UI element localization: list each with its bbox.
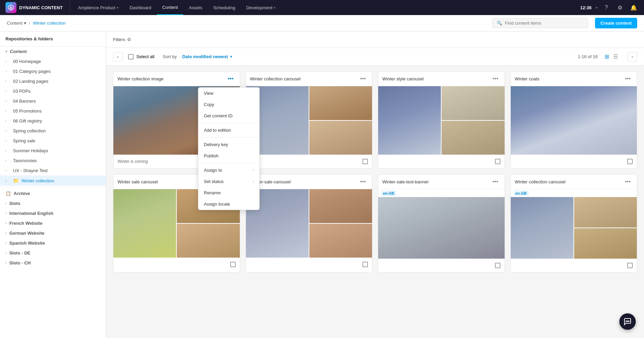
sort-by-label: Sort by — [163, 54, 177, 59]
sidebar-french-section[interactable]: › French Website — [0, 218, 106, 228]
menu-item-add-to-edition[interactable]: Add to edition — [198, 125, 259, 136]
sidebar-content-section[interactable]: ▾ Content — [0, 47, 106, 56]
menu-item-assign-locale[interactable]: Assign locale — [198, 198, 259, 210]
sidebar-item-02-landing[interactable]: › 02 Landing pages — [0, 76, 106, 86]
card-6-header: Winter-sale-carousel ••• — [246, 174, 372, 189]
filters-button[interactable]: Filters ⚙ — [113, 37, 131, 42]
filters-label: Filters — [113, 37, 125, 42]
sidebar-item-01-category[interactable]: › 01 Category pages — [0, 66, 106, 76]
sidebar-spanish-section[interactable]: › Spanish Website — [0, 238, 106, 248]
homepage-caret: › — [5, 60, 10, 63]
sidebar-item-summer[interactable]: › Summer Holidays — [0, 146, 106, 156]
nav-development[interactable]: Development ▾ — [241, 0, 281, 15]
sort-dropdown[interactable]: Date modified newest ▾ — [182, 54, 232, 59]
sidebar-international-label: International English — [9, 211, 53, 216]
grid-view-button[interactable]: ⊞ — [603, 52, 610, 61]
chat-button[interactable] — [619, 313, 636, 330]
menu-item-assign-to[interactable]: Assign to › — [198, 165, 259, 176]
card-8-locale-badge: en-GB — [513, 191, 529, 196]
archive-label: Archive — [14, 191, 30, 196]
sidebar-item-winter-collection[interactable]: › 📁 Winter collection — [0, 176, 106, 186]
card-2-footer — [246, 155, 372, 168]
sidebar-archive-section[interactable]: 📋 Archive — [0, 187, 106, 198]
card-4-footer — [511, 155, 637, 168]
menu-item-rename[interactable]: Rename — [198, 187, 259, 198]
create-content-button[interactable]: Create content — [595, 18, 637, 28]
sidebar-item-03-pdps[interactable]: › 03 PDPs — [0, 86, 106, 96]
content-section-caret: ▾ — [5, 50, 7, 53]
context-menu: View Copy Get content ID Add to edition … — [198, 87, 260, 210]
sidebar-item-04-banners[interactable]: › 04 Banners — [0, 96, 106, 106]
sidebar-item-05-promotions[interactable]: › 05 Promotions — [0, 106, 106, 116]
spring-col-caret: › — [5, 129, 10, 133]
card-3-menu-button[interactable]: ••• — [491, 75, 500, 82]
settings-button[interactable]: ⚙ — [615, 3, 625, 12]
card-7-header: Winter-sale-test-banner ••• — [378, 174, 505, 189]
help-button[interactable]: ? — [602, 3, 611, 12]
expand-button[interactable]: › — [628, 52, 637, 62]
nav-dashboard[interactable]: Dashboard — [124, 0, 157, 15]
sort-caret: ▾ — [230, 55, 232, 58]
german-caret: › — [5, 231, 7, 235]
nav-scheduling[interactable]: Scheduling — [208, 0, 240, 15]
search-input[interactable] — [505, 21, 584, 26]
sidebar-slots-de-section[interactable]: › Slots - DE — [0, 248, 106, 258]
list-view-button[interactable]: ☰ — [612, 52, 619, 61]
card-4-menu-button[interactable]: ••• — [623, 75, 633, 82]
svg-point-2 — [627, 321, 628, 322]
notifications-button[interactable]: 🔔 — [629, 3, 639, 12]
card-5-footer — [113, 258, 240, 271]
sidebar-spanish-label: Spanish Website — [9, 240, 45, 246]
app-logo-icon — [5, 2, 16, 13]
select-all-checkbox[interactable] — [128, 54, 134, 60]
nav-development-caret: ▾ — [274, 6, 275, 10]
card-6-menu-button[interactable]: ••• — [358, 178, 368, 185]
sidebar-slots-ch-section[interactable]: › Slots - CH — [0, 258, 106, 268]
card-1-menu-button[interactable]: ••• — [226, 75, 236, 82]
slots-de-caret: › — [5, 251, 7, 255]
sidebar-international-section[interactable]: › International English — [0, 208, 106, 218]
sidebar-item-06-gift[interactable]: › 06 Gift registry — [0, 116, 106, 126]
sidebar-header: Repositories & folders — [0, 31, 106, 47]
menu-item-delivery-key[interactable]: Delivery key — [198, 139, 259, 150]
card-7-checkbox[interactable] — [495, 263, 500, 268]
international-caret: › — [5, 211, 7, 215]
card-8-image — [511, 197, 637, 259]
sidebar-item-ux[interactable]: › UX - Shayne Test — [0, 166, 106, 176]
menu-item-view[interactable]: View — [198, 88, 259, 99]
card-3-checkbox[interactable] — [495, 159, 500, 164]
content-grid: Winter collection image ••• Winter is co… — [113, 71, 637, 273]
set-status-caret: › — [253, 180, 254, 183]
ux-caret: › — [5, 169, 10, 172]
card-2-menu-button[interactable]: ••• — [358, 75, 368, 82]
sidebar-slots-section[interactable]: › Slots — [0, 198, 106, 208]
nav-content[interactable]: Content — [157, 0, 184, 15]
menu-item-set-status[interactable]: Set status › — [198, 176, 259, 187]
card-2-checkbox[interactable] — [362, 159, 368, 164]
card-8-locale-area: en-GB — [511, 189, 637, 197]
card-8-checkbox[interactable] — [627, 263, 633, 268]
sidebar-item-taxonomies[interactable]: › Taxonomies — [0, 156, 106, 166]
nav-assets[interactable]: Assets — [183, 0, 208, 15]
card-6-checkbox[interactable] — [362, 262, 368, 267]
menu-divider-2 — [198, 137, 259, 138]
menu-item-get-content-id[interactable]: Get content ID — [198, 110, 259, 121]
nav-amplience[interactable]: Amplience Product ▾ — [73, 0, 124, 15]
card-7-image — [378, 197, 505, 259]
card-5-checkbox[interactable] — [230, 262, 236, 267]
card-8-menu-button[interactable]: ••• — [623, 178, 633, 185]
sidebar-german-section[interactable]: › German Website — [0, 228, 106, 238]
menu-item-publish[interactable]: Publish — [198, 150, 259, 161]
svg-marker-1 — [10, 6, 12, 10]
menu-item-copy[interactable]: Copy — [198, 99, 259, 110]
banners-caret: › — [5, 99, 10, 103]
collapse-sidebar-button[interactable]: ‹ — [113, 52, 123, 62]
pagination-info: 1-16 of 16 — [578, 54, 598, 59]
sidebar-item-spring-sale[interactable]: › Spring sale — [0, 136, 106, 146]
card-winter-sale-test-banner: Winter-sale-test-banner ••• en-GB — [378, 174, 505, 273]
card-4-checkbox[interactable] — [627, 159, 633, 164]
sidebar-item-00-homepage[interactable]: › 00 Homepage — [0, 56, 106, 66]
sidebar-item-spring-collection[interactable]: › Spring collection — [0, 126, 106, 136]
breadcrumb-root[interactable]: Content ▾ — [7, 21, 26, 26]
card-7-menu-button[interactable]: ••• — [491, 178, 500, 185]
